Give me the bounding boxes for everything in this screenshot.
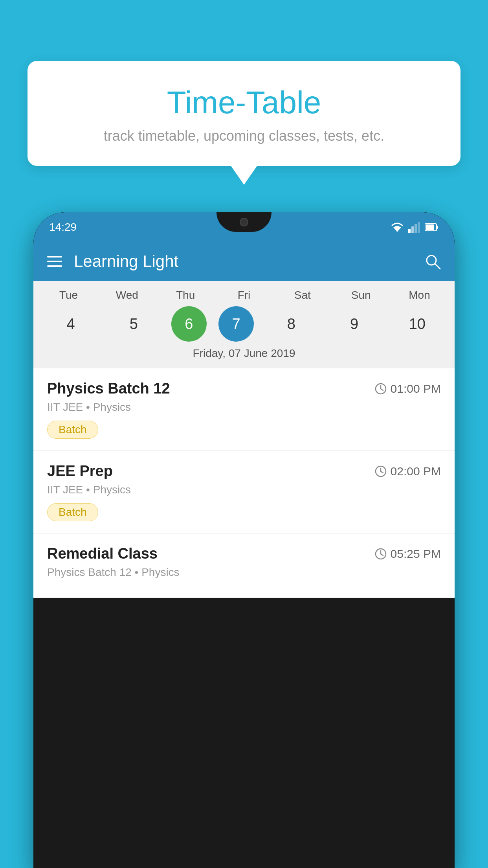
svg-line-9 — [435, 264, 440, 269]
day-header-wed: Wed — [101, 289, 152, 302]
day-header-tue: Tue — [43, 289, 94, 302]
day-header-mon: Mon — [394, 289, 445, 302]
day-4[interactable]: 4 — [45, 306, 96, 342]
schedule-item-2-title: JEE Prep — [47, 463, 113, 480]
wifi-icon — [390, 222, 404, 233]
schedule-item-1-title: Physics Batch 12 — [47, 380, 170, 397]
notch-cutout — [216, 212, 272, 232]
day-6-today[interactable]: 6 — [171, 306, 207, 342]
battery-icon — [425, 223, 439, 232]
hamburger-line-2 — [47, 261, 62, 262]
hamburger-line-1 — [47, 256, 62, 257]
search-icon[interactable] — [424, 253, 441, 270]
app-bar: Learning Light — [33, 242, 455, 281]
day-7-selected[interactable]: 7 — [218, 306, 254, 342]
clock-icon-2 — [375, 465, 387, 477]
schedule-item-2[interactable]: JEE Prep 02:00 PM IIT JEE • Physics Batc… — [33, 451, 455, 533]
svg-line-15 — [381, 471, 383, 473]
svg-rect-2 — [411, 226, 414, 233]
schedule-item-2-header: JEE Prep 02:00 PM — [47, 463, 441, 480]
day-header-sat: Sat — [277, 289, 328, 302]
clock-icon-1 — [375, 383, 387, 395]
schedule-item-3-header: Remedial Class 05:25 PM — [47, 545, 441, 562]
batch-badge-2: Batch — [47, 503, 98, 521]
schedule-item-3[interactable]: Remedial Class 05:25 PM Physics Batch 12… — [33, 533, 455, 598]
status-icons — [390, 222, 439, 233]
day-header-thu: Thu — [160, 289, 211, 302]
schedule-item-1-header: Physics Batch 12 01:00 PM — [47, 380, 441, 397]
svg-rect-6 — [426, 224, 434, 230]
schedule-item-3-title: Remedial Class — [47, 545, 158, 562]
day-9[interactable]: 9 — [329, 306, 380, 342]
schedule-item-3-time: 05:25 PM — [375, 547, 441, 561]
speech-bubble: Time-Table track timetable, upcoming cla… — [28, 61, 460, 166]
day-headers: Tue Wed Thu Fri Sat Sun Mon — [37, 289, 451, 302]
menu-icon[interactable] — [47, 256, 62, 267]
schedule-item-1-sub: IIT JEE • Physics — [47, 401, 441, 414]
schedule-item-1-time: 01:00 PM — [375, 382, 441, 395]
clock-icon-3 — [375, 548, 387, 560]
svg-rect-7 — [437, 226, 438, 229]
day-header-sun: Sun — [336, 289, 387, 302]
svg-line-18 — [381, 554, 383, 555]
schedule-list: Physics Batch 12 01:00 PM IIT JEE • Phys… — [33, 368, 455, 598]
svg-rect-3 — [415, 224, 417, 233]
status-time: 14:29 — [49, 221, 77, 234]
day-5[interactable]: 5 — [108, 306, 159, 342]
phone-inner: 14:29 — [33, 212, 455, 868]
svg-line-12 — [381, 389, 383, 390]
camera-dot — [240, 218, 248, 226]
schedule-item-1[interactable]: Physics Batch 12 01:00 PM IIT JEE • Phys… — [33, 368, 455, 451]
signal-icon — [408, 222, 421, 233]
day-10[interactable]: 10 — [392, 306, 443, 342]
hamburger-line-3 — [47, 265, 62, 267]
app-title: Learning Light — [74, 252, 413, 271]
svg-rect-4 — [418, 222, 420, 233]
day-numbers: 4 5 6 7 8 9 10 — [37, 306, 451, 342]
bubble-title: Time-Table — [47, 85, 441, 121]
schedule-item-3-sub: Physics Batch 12 • Physics — [47, 566, 441, 579]
phone-frame: 14:29 — [33, 212, 455, 868]
day-header-fri: Fri — [218, 289, 270, 302]
status-bar: 14:29 — [33, 212, 455, 242]
schedule-item-2-sub: IIT JEE • Physics — [47, 484, 441, 496]
calendar-strip: Tue Wed Thu Fri Sat Sun Mon 4 5 6 7 8 9 … — [33, 281, 455, 368]
bubble-subtitle: track timetable, upcoming classes, tests… — [47, 128, 441, 144]
schedule-item-2-time: 02:00 PM — [375, 465, 441, 478]
svg-rect-1 — [408, 229, 411, 233]
batch-badge-1: Batch — [47, 421, 98, 439]
day-8[interactable]: 8 — [266, 306, 317, 342]
calendar-date-label: Friday, 07 June 2019 — [37, 347, 451, 364]
